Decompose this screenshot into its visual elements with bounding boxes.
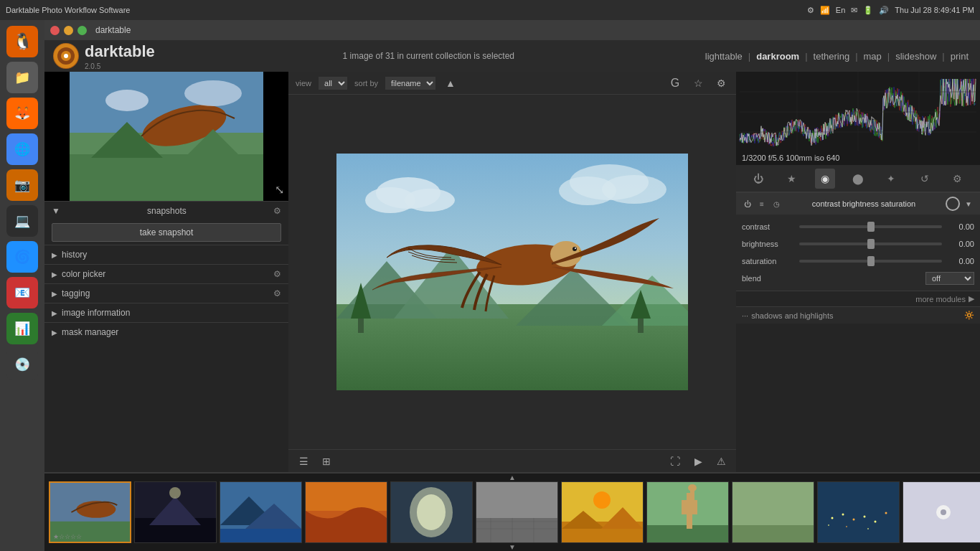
all-modules-icon[interactable]: ⚙: [948, 169, 968, 189]
filmstrip-thumb-3[interactable]: [220, 481, 302, 543]
tone-icon[interactable]: ◉: [815, 169, 835, 189]
sh-dots: ···: [742, 311, 748, 320]
brightness-value: 0.00: [942, 240, 974, 248]
saturation-slider-thumb[interactable]: [867, 256, 875, 266]
filmstrip-thumb-8[interactable]: [646, 481, 729, 543]
bookmark-icon[interactable]: ☆: [690, 75, 706, 91]
brightness-slider[interactable]: [799, 242, 942, 245]
nav-print[interactable]: print: [948, 50, 971, 63]
nav-slideshow[interactable]: slideshow: [892, 50, 939, 63]
filmstrip-thumb-5[interactable]: [390, 481, 473, 543]
app-name: darktable: [85, 42, 155, 61]
cbs-presets-icon[interactable]: ≡: [756, 198, 768, 209]
nav-tethering[interactable]: tethering: [811, 50, 853, 63]
svg-point-72: [853, 519, 855, 521]
filmstrip-thumb-2[interactable]: [134, 481, 217, 543]
system-bar-left: Darktable Photo Workflow Software: [6, 6, 130, 14]
star-rating-icon[interactable]: G: [667, 75, 683, 91]
view-select[interactable]: all: [319, 77, 347, 90]
crop-icon[interactable]: ⛶: [667, 453, 683, 469]
filmstrip-thumb-1[interactable]: ★☆☆☆☆: [49, 481, 131, 543]
filmstrip-thumb-10[interactable]: [817, 481, 900, 543]
contrast-slider[interactable]: [799, 225, 942, 228]
maximize-button[interactable]: [77, 26, 87, 35]
taskbar-disk[interactable]: 💿: [6, 349, 38, 380]
history-arrow: ▶: [52, 251, 57, 259]
filmstrip-thumb-9[interactable]: [732, 481, 814, 543]
effects-icon[interactable]: ↺: [915, 169, 935, 189]
color-picker-settings-icon[interactable]: ⚙: [273, 269, 281, 279]
taskbar-terminal[interactable]: 💻: [6, 205, 38, 237]
image-information-section: ▶ image information: [44, 303, 288, 322]
power-icon[interactable]: ⏻: [748, 169, 768, 189]
taskbar-files[interactable]: 📁: [6, 62, 38, 93]
blend-select[interactable]: off normal multiply: [925, 272, 974, 285]
contrast-value: 0.00: [942, 222, 974, 231]
taskbar-spreadsheet[interactable]: 📊: [6, 313, 38, 344]
play-icon[interactable]: ▶: [690, 453, 706, 469]
logo-icon: [53, 43, 79, 69]
taskbar-chrome[interactable]: 🌐: [6, 133, 38, 165]
saturation-slider[interactable]: [799, 260, 942, 263]
network-icon: ⚙: [807, 6, 814, 15]
cbs-power-icon[interactable]: ⏻: [742, 198, 753, 209]
filmstrip: ▲ ★☆☆☆☆: [44, 472, 980, 551]
nav-sep3: |: [855, 51, 857, 62]
tagging-label: tagging: [62, 288, 90, 298]
filmstrip-expand-down[interactable]: ▼: [509, 543, 516, 551]
history-header[interactable]: ▶ history: [44, 245, 288, 264]
contrast-slider-thumb[interactable]: [867, 222, 875, 232]
filmstrip-thumb-4[interactable]: [305, 481, 387, 543]
volume-icon: 🔊: [879, 6, 889, 15]
tagging-settings-icon[interactable]: ⚙: [273, 288, 281, 298]
app-header: darktable 2.0.5 1 image of 31 in current…: [44, 40, 980, 72]
mask-manager-header[interactable]: ▶ mask manager: [44, 323, 288, 342]
minimize-button[interactable]: [64, 26, 73, 35]
color-icon[interactable]: ⬤: [848, 169, 868, 189]
nav-map[interactable]: map: [861, 50, 885, 63]
sort-select[interactable]: filename: [385, 77, 435, 90]
cbs-history-icon[interactable]: ◷: [771, 198, 782, 209]
clock: Thu Jul 28 8:49:41 PM: [895, 6, 974, 14]
nav-lighttable[interactable]: lighttable: [702, 50, 745, 63]
more-modules-label: more modules: [915, 295, 966, 303]
sort-label: sort by: [354, 79, 378, 88]
taskbar-firefox[interactable]: 🦊: [6, 98, 38, 129]
taskbar-browser2[interactable]: 🌀: [6, 241, 38, 273]
sort-asc-icon[interactable]: ▲: [443, 75, 458, 91]
system-bar: Darktable Photo Workflow Software ⚙ 📶 En…: [0, 0, 980, 20]
tagging-arrow: ▶: [52, 290, 57, 298]
preset-icon[interactable]: ★: [781, 169, 801, 189]
filmstrip-thumb-7[interactable]: [561, 481, 644, 543]
mask-manager-arrow: ▶: [52, 329, 57, 336]
taskbar-email[interactable]: 📧: [6, 277, 38, 309]
filmstrip-thumb-6[interactable]: [476, 481, 558, 543]
color-picker-header[interactable]: ▶ color picker ⚙: [44, 265, 288, 283]
contrast-label: contrast: [742, 222, 799, 231]
tagging-header[interactable]: ▶ tagging ⚙: [44, 284, 288, 303]
take-snapshot-button[interactable]: take snapshot: [52, 223, 281, 242]
brightness-slider-thumb[interactable]: [867, 239, 875, 249]
list-icon[interactable]: ☰: [296, 453, 311, 469]
shadows-highlights-header[interactable]: ··· shadows and highlights 🔆: [736, 306, 980, 324]
taskbar-ubuntu[interactable]: 🐧: [6, 26, 38, 57]
more-modules-bar[interactable]: more modules ▶: [736, 291, 980, 306]
expand-icon[interactable]: ⤡: [275, 183, 284, 197]
blend-label: blend: [742, 274, 925, 283]
cbs-blend-icon[interactable]: [946, 197, 960, 211]
filmstrip-collapse-up[interactable]: ▲: [509, 474, 516, 481]
settings-icon[interactable]: ⚙: [713, 75, 729, 91]
cbs-expand-icon[interactable]: ▼: [963, 198, 974, 209]
compare-icon[interactable]: ⊞: [319, 453, 334, 469]
sh-icon[interactable]: 🔆: [964, 311, 974, 320]
snapshots-arrow[interactable]: ▼: [52, 206, 60, 216]
filmstrip-thumb-11[interactable]: [903, 481, 980, 543]
taskbar-darktable[interactable]: 📷: [6, 169, 38, 201]
snapshots-settings-icon[interactable]: ⚙: [273, 206, 281, 216]
image-information-header[interactable]: ▶ image information: [44, 303, 288, 322]
close-button[interactable]: [50, 26, 60, 35]
nav-darkroom[interactable]: darkroom: [753, 50, 802, 63]
email-icon: ✉: [851, 6, 857, 15]
warning-icon[interactable]: ⚠: [713, 453, 729, 469]
correction-icon[interactable]: ✦: [881, 169, 901, 189]
